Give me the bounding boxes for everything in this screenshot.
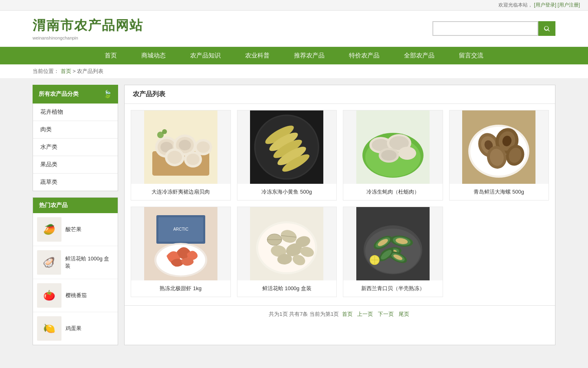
search-button[interactable] (538, 21, 555, 36)
hot-item-image: 🥭 (37, 217, 61, 242)
logo-title: 渭南市农产品网站 (33, 17, 143, 35)
breadcrumb: 当前位置： 首页 > 农产品列表 (0, 64, 588, 79)
nav-message[interactable]: 留言交流 (447, 47, 496, 64)
hot-item-image: 🍋 (37, 316, 61, 341)
svg-text:ARCTIC: ARCTIC (173, 227, 188, 231)
hot-item[interactable]: 🦪 鲜活花蛤 1000g 盒装 (33, 246, 118, 279)
product-card[interactable]: ARCTIC 熟冻北极甜虾 1kg (131, 207, 231, 297)
breadcrumb-home[interactable]: 首页 (61, 68, 71, 74)
svg-point-33 (398, 147, 416, 160)
product-card[interactable]: 青岛鲜活大海螺 500g (449, 110, 549, 201)
svg-point-13 (186, 154, 200, 165)
sidebar-cat-item[interactable]: 果品类 (33, 156, 118, 174)
sidebar-cat-item[interactable]: 蔬草类 (33, 174, 118, 191)
product-svg (250, 110, 323, 184)
search-area (432, 21, 555, 36)
product-card[interactable]: 鲜活花蛤 1000g 盒装 (237, 207, 337, 297)
hot-item-name: 樱桃番茄 (66, 292, 87, 299)
product-grid: 大连冷冻虾夷裙边扇贝肉 (125, 104, 555, 303)
hot-item[interactable]: 🍋 鸡蛋果 (33, 312, 118, 345)
search-input[interactable] (432, 21, 538, 36)
product-card[interactable]: 新西兰青口贝（半壳熟冻） (343, 207, 443, 297)
hot-item-image: 🍅 (37, 283, 61, 308)
nav-science[interactable]: 农业科普 (233, 47, 282, 64)
product-svg (462, 110, 535, 184)
product-svg (250, 207, 323, 280)
product-name: 冷冻东海小黄鱼 500g (237, 184, 337, 200)
product-image (237, 110, 337, 184)
product-card[interactable]: 冷冻生蚝肉（杜蛎肉） (343, 110, 443, 201)
hot-item-image: 🦪 (37, 250, 61, 275)
breadcrumb-current: 农产品列表 (77, 68, 103, 74)
product-name: 熟冻北极甜虾 1kg (131, 280, 230, 297)
product-name: 大连冷冻虾夷裙边扇贝肉 (131, 184, 230, 200)
sidebar-cat-item[interactable]: 水产类 (33, 139, 118, 156)
hot-item-name: 酸芒果 (66, 226, 81, 233)
leaf-icon: 🍃 (103, 90, 112, 99)
product-list-title: 农产品列表 (125, 85, 555, 104)
hot-item-name: 鲜活花蛤 1000g 盒装 (65, 255, 114, 270)
top-bar: 欢迎光临本站， [用户登录] [用户注册] (0, 0, 588, 11)
search-icon (543, 25, 551, 32)
login-link[interactable]: [用户登录] (534, 2, 556, 8)
pagination-info: 共为1页 共有7条 当前为第1页 (269, 311, 340, 317)
sidebar: 所有农产品分类 🍃 花卉植物 肉类 水产类 果品类 蔬草类 热门农产品 🥭 酸芒… (33, 85, 118, 345)
hot-item[interactable]: 🥭 酸芒果 (33, 213, 118, 246)
main-content: 所有农产品分类 🍃 花卉植物 肉类 水产类 果品类 蔬草类 热门农产品 🥭 酸芒… (0, 79, 588, 351)
svg-point-7 (179, 140, 191, 150)
pagination-prev[interactable]: 上一页 (357, 311, 373, 317)
register-link[interactable]: [用户注册] (557, 2, 580, 8)
product-svg (356, 207, 430, 280)
sidebar-cat-item[interactable]: 花卉植物 (33, 104, 118, 121)
hot-item[interactable]: 🍅 樱桃番茄 (33, 279, 118, 312)
product-name: 青岛鲜活大海螺 500g (450, 184, 549, 200)
svg-point-32 (381, 150, 397, 161)
pagination-next[interactable]: 下一页 (378, 311, 394, 317)
product-name: 新西兰青口贝（半壳熟冻） (343, 280, 443, 297)
product-image (343, 110, 443, 184)
product-name: 冷冻生蚝肉（杜蛎肉） (343, 184, 443, 200)
sidebar-cat-header: 所有农产品分类 🍃 (33, 85, 118, 104)
product-image (131, 110, 230, 184)
hot-item-name: 鸡蛋果 (66, 325, 81, 332)
nav-special[interactable]: 特价农产品 (337, 47, 392, 64)
sidebar-cat-list: 花卉植物 肉类 水产类 果品类 蔬草类 (33, 104, 118, 191)
product-area: 农产品列表 (124, 85, 555, 345)
product-svg: ARCTIC (144, 207, 217, 280)
sidebar-hot: 热门农产品 🥭 酸芒果 🦪 鲜活花蛤 1000g 盒装 🍅 樱桃番茄 🍋 鸡蛋果 (33, 197, 118, 345)
svg-point-9 (197, 141, 210, 153)
pagination-first[interactable]: 首页 (342, 311, 353, 317)
product-name: 鲜活花蛤 1000g 盒装 (237, 280, 337, 297)
product-card[interactable]: 大连冷冻虾夷裙边扇贝肉 (131, 110, 231, 201)
breadcrumb-separator: > (72, 68, 77, 74)
sidebar-hot-header: 热门农产品 (33, 198, 118, 213)
breadcrumb-prefix: 当前位置： (33, 68, 59, 74)
sidebar-cat-item[interactable]: 肉类 (33, 121, 118, 139)
main-nav: 首页 商城动态 农产品知识 农业科普 推荐农产品 特价农产品 全部农产品 留言交… (0, 47, 588, 64)
pagination: 共为1页 共有7条 当前为第1页 首页 上一页 下一页 尾页 (125, 305, 555, 323)
nav-knowledge[interactable]: 农产品知识 (178, 47, 233, 64)
product-svg (144, 110, 217, 184)
pagination-last[interactable]: 尾页 (399, 311, 409, 317)
sidebar-cat-title: 所有农产品分类 (39, 90, 79, 98)
nav-home[interactable]: 首页 (92, 47, 129, 64)
product-image: ARCTIC (131, 207, 230, 280)
nav-news[interactable]: 商城动态 (129, 47, 178, 64)
nav-recommend[interactable]: 推荐农产品 (282, 47, 337, 64)
product-image (343, 207, 443, 280)
logo-area: 渭南市农产品网站 weinanshinongchanpin (33, 17, 143, 40)
nav-all[interactable]: 全部农产品 (392, 47, 447, 64)
welcome-text: 欢迎光临本站， (498, 2, 533, 8)
product-svg (356, 110, 430, 184)
logo-sub: weinanshinongchanpin (33, 35, 143, 40)
product-image (450, 110, 549, 184)
svg-point-15 (162, 129, 167, 134)
svg-point-11 (167, 151, 182, 164)
product-card[interactable]: 冷冻东海小黄鱼 500g (237, 110, 337, 201)
header: 渭南市农产品网站 weinanshinongchanpin (0, 11, 588, 47)
product-image (237, 207, 337, 280)
